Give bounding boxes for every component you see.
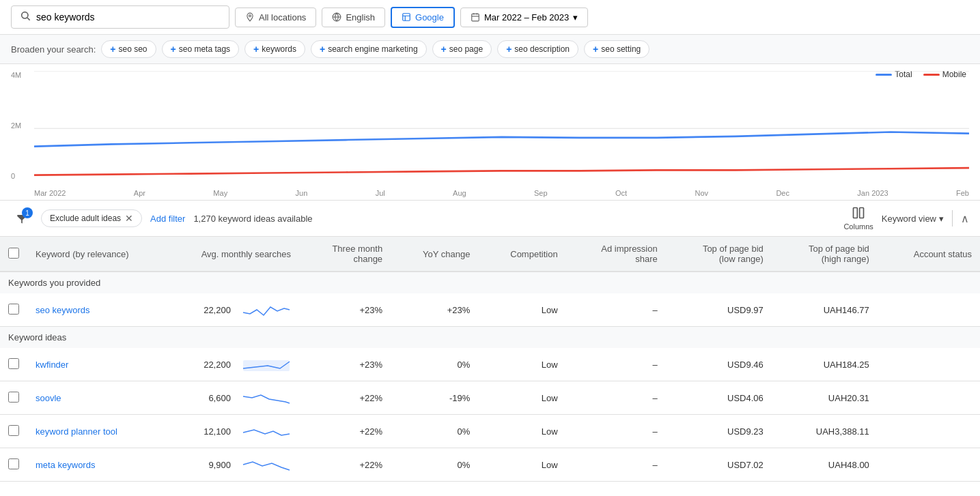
broaden-chip-label: seo description: [514, 44, 570, 54]
keyword-cell[interactable]: seo keywords: [27, 293, 178, 327]
three-month-cell: +23%: [299, 348, 391, 381]
keyword-cell[interactable]: meta keywords: [27, 448, 178, 482]
x-label-jun: Jun: [296, 189, 308, 197]
trend-sparkline-cell: [234, 381, 299, 415]
account-status-cell: [878, 448, 980, 482]
row-checkbox[interactable]: [8, 392, 19, 403]
header-checkbox-cell[interactable]: [0, 237, 27, 272]
header-three-month[interactable]: Three monthchange: [299, 237, 391, 272]
broaden-chip-seo-setting[interactable]: + seo setting: [584, 40, 649, 58]
language-label: English: [346, 12, 375, 23]
divider: [952, 210, 953, 227]
broaden-chip-label: search engine marketing: [328, 44, 417, 54]
top-low-cell: USD4.06: [666, 381, 772, 415]
plus-icon: +: [593, 44, 598, 55]
top-high-cell: UAH3,388.11: [772, 415, 878, 448]
x-label-aug: Aug: [453, 189, 466, 197]
broaden-chip-keywords[interactable]: + keywords: [244, 40, 305, 58]
broaden-chip-label: keywords: [262, 44, 296, 54]
row-checkbox-cell[interactable]: [0, 448, 27, 482]
filter-badge: 1: [22, 207, 33, 218]
svg-rect-4: [403, 14, 410, 21]
add-filter-button[interactable]: Add filter: [150, 214, 185, 224]
broaden-search-bar: Broaden your search: + seo seo + seo met…: [0, 35, 980, 64]
keyword-cell[interactable]: kwfinder: [27, 348, 178, 381]
broaden-chip-seo-meta-tags[interactable]: + seo meta tags: [162, 40, 240, 58]
collapse-button[interactable]: ∧: [961, 212, 969, 225]
broaden-chip-seo-description[interactable]: + seo description: [497, 40, 578, 58]
competition-cell: Low: [478, 381, 565, 415]
location-filter-button[interactable]: All locations: [235, 8, 316, 27]
search-input[interactable]: [36, 12, 221, 23]
date-range-button[interactable]: Mar 2022 – Feb 2023 ▾: [460, 8, 588, 27]
section-provided-row: Keywords you provided: [0, 272, 980, 293]
avg-searches-cell: 22,200: [178, 348, 234, 381]
row-checkbox-cell[interactable]: [0, 415, 27, 448]
top-low-cell: USD7.02: [666, 448, 772, 482]
plus-icon: +: [253, 44, 259, 55]
keyword-data-table: Keyword (by relevance) Avg. monthly sear…: [0, 237, 980, 482]
x-label-dec: Dec: [776, 189, 789, 197]
filter-bar: 1 Exclude adult ideas ✕ Add filter 1,270…: [0, 201, 980, 237]
top-low-cell: USD9.97: [666, 293, 772, 327]
keyword-cell[interactable]: keyword planner tool: [27, 415, 178, 448]
broaden-chip-label: seo setting: [601, 44, 641, 54]
keyword-view-button[interactable]: Keyword view ▾: [882, 214, 944, 224]
yoy-cell: 0%: [391, 448, 478, 482]
top-low-cell: USD9.46: [666, 348, 772, 381]
x-label-may: May: [213, 189, 227, 197]
ad-impression-cell: –: [566, 381, 666, 415]
competition-cell: Low: [478, 293, 565, 327]
engine-filter-button[interactable]: Google: [391, 7, 455, 28]
row-checkbox[interactable]: [8, 304, 19, 315]
row-checkbox-cell[interactable]: [0, 293, 27, 327]
table-row: keyword planner tool 12,100 +22% 0% Low …: [0, 415, 980, 448]
broaden-chip-seo-page[interactable]: + seo page: [432, 40, 492, 58]
x-label-jan2023: Jan 2023: [857, 189, 888, 197]
header-avg-searches[interactable]: Avg. monthly searches: [178, 237, 299, 272]
header-top-low[interactable]: Top of page bid(low range): [666, 237, 772, 272]
ad-impression-cell: –: [566, 448, 666, 482]
filter-bar-right: Columns Keyword view ▾ ∧: [843, 206, 969, 231]
header-account-status[interactable]: Account status: [878, 237, 980, 272]
row-checkbox[interactable]: [8, 425, 19, 436]
chart-svg: [34, 71, 969, 186]
filter-button[interactable]: 1: [11, 207, 33, 229]
date-label: Mar 2022 – Feb 2023: [484, 12, 569, 23]
three-month-cell: +23%: [299, 293, 391, 327]
competition-cell: Low: [478, 348, 565, 381]
exclude-adult-close-button[interactable]: ✕: [125, 213, 133, 224]
exclude-adult-chip: Exclude adult ideas ✕: [41, 209, 142, 227]
header-ad-impression[interactable]: Ad impressionshare: [566, 237, 666, 272]
location-label: All locations: [259, 12, 306, 23]
svg-rect-5: [472, 14, 479, 20]
header-keyword[interactable]: Keyword (by relevance): [27, 237, 178, 272]
language-filter-button[interactable]: English: [322, 8, 385, 27]
search-box[interactable]: [11, 5, 229, 29]
select-all-checkbox[interactable]: [8, 248, 19, 259]
header-top-high[interactable]: Top of page bid(high range): [772, 237, 878, 272]
plus-icon: +: [320, 44, 325, 55]
x-label-nov: Nov: [695, 189, 708, 197]
header-yoy[interactable]: YoY change: [391, 237, 478, 272]
account-status-cell: [878, 293, 980, 327]
columns-button[interactable]: Columns: [843, 206, 873, 231]
avg-searches-cell: 6,600: [178, 381, 234, 415]
keyword-cell[interactable]: soovle: [27, 381, 178, 415]
trend-sparkline-cell: [234, 348, 299, 381]
table-row: soovle 6,600 +22% -19% Low – USD4.06 UAH…: [0, 381, 980, 415]
header-competition[interactable]: Competition: [478, 237, 565, 272]
keyword-view-label: Keyword view: [882, 214, 936, 224]
broaden-chip-search-engine-marketing[interactable]: + search engine marketing: [311, 40, 427, 58]
row-checkbox[interactable]: [8, 358, 19, 369]
three-month-cell: +22%: [299, 448, 391, 482]
row-checkbox[interactable]: [8, 458, 19, 469]
row-checkbox-cell[interactable]: [0, 348, 27, 381]
broaden-chip-label: seo page: [449, 44, 483, 54]
three-month-cell: +22%: [299, 381, 391, 415]
chevron-down-icon: ▾: [939, 214, 944, 224]
table-row: meta keywords 9,900 +22% 0% Low – USD7.0…: [0, 448, 980, 482]
broaden-chip-seo-seo[interactable]: + seo seo: [101, 40, 156, 58]
section-provided-label: Keywords you provided: [0, 272, 980, 293]
row-checkbox-cell[interactable]: [0, 381, 27, 415]
